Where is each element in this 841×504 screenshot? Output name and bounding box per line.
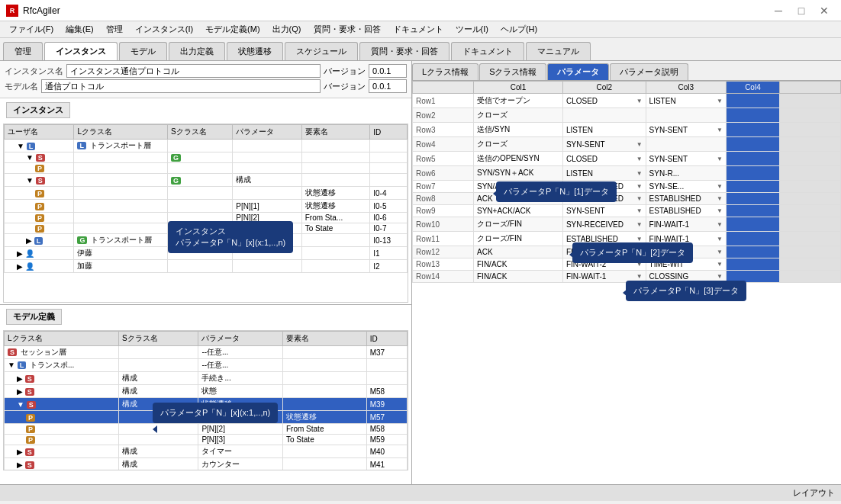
dropdown-arrow[interactable]: ▼ [717,273,723,280]
instance-tree-table[interactable]: ユーザ名 Lクラス名 Sクラス名 パラメータ 要素名 ID ▼ L L トランス… [3,124,408,303]
dropdown-arrow[interactable]: ▼ [636,156,643,162]
dropdown-arrow[interactable]: ▼ [636,195,643,202]
right-table-row[interactable]: Row11クローズ/FINESTABLISHED▼FIN-WAIT-1▼ [413,232,841,246]
tab-output-def[interactable]: 出力定義 [169,42,225,60]
table-row[interactable]: ▶ 👤 伊藤I1 [5,247,408,260]
maximize-button[interactable]: □ [791,2,812,19]
tab-admin[interactable]: 管理 [3,42,43,60]
tab-instance[interactable]: インスタンス [44,42,118,60]
right-table-row[interactable]: Row14FIN/ACKFIN-WAIT-1▼CLOSSING▼ [413,271,841,283]
dropdown-arrow[interactable]: ▼ [717,183,723,190]
tab-document[interactable]: ドキュメント [451,42,524,60]
table-row-selected[interactable]: ▼ S 構成状態遷移M39 [5,398,408,411]
dropdown-arrow[interactable]: ▼ [717,156,723,162]
model-col-param: パラメータ [198,332,283,346]
right-table-row[interactable]: Row7SYN/ACKSYN-RECEIVED▼SYN-SE...▼ [413,181,841,193]
table-row[interactable]: P P[N][1]状態遷移I0-5 [5,200,408,213]
menu-file[interactable]: ファイル(F) [3,22,60,37]
menu-output[interactable]: 出力(Q) [266,22,308,37]
menu-qa[interactable]: 質問・要求・回答 [308,22,387,37]
right-table-row[interactable]: Row10クローズ/FINSYN-RECEIVED▼FIN-WAIT-1▼ [413,217,841,232]
dropdown-arrow[interactable]: ▼ [636,141,643,148]
tab-parameter[interactable]: パラメータ [547,63,609,80]
tab-schedule[interactable]: スケジュール [285,42,358,60]
dropdown-arrow[interactable]: ▼ [636,98,643,104]
dropdown-arrow[interactable]: ▼ [717,127,723,133]
menu-instance[interactable]: インスタンス(I) [129,22,199,37]
right-table-row[interactable]: Row4クローズSYN-SENT▼ [413,137,841,152]
dropdown-arrow[interactable]: ▼ [636,183,643,190]
col-lclass: Lクラス名 [74,125,168,140]
version-input-2[interactable] [369,79,407,93]
dropdown-arrow[interactable]: ▼ [636,170,643,177]
dropdown-arrow[interactable]: ▼ [717,236,723,242]
tab-param-desc[interactable]: パラメータ説明 [610,63,688,80]
dropdown-arrow[interactable]: ▼ [636,221,643,228]
right-tabs: Lクラス情報 Sクラス情報 パラメータ パラメータ説明 [412,61,841,81]
menu-tools[interactable]: ツール(I) [450,22,495,37]
table-row[interactable]: ▶ S 構成手続き... [5,372,408,385]
table-row[interactable]: ▶ 👤 加藤I2 [5,260,408,273]
table-row[interactable]: P P[N][2]From StateM58 [5,424,408,435]
table-row[interactable]: ▼ S G [5,152,408,163]
tab-manual[interactable]: マニュアル [526,42,591,60]
table-row[interactable]: ▶ S 構成タイマーM40 [5,445,408,458]
right-table-row[interactable]: Row3送信/SYNLISTENSYN-SENT▼ [413,123,841,137]
table-row[interactable]: P 状態遷移I0-4 [5,187,408,200]
right-table-row[interactable]: Row9SYN+ACK/ACKSYN-SENT▼ESTABLISHED▼ [413,205,841,217]
table-row[interactable]: ▶ L G トランスポート層 UDPI0-13 [5,234,408,247]
dropdown-arrow[interactable]: ▼ [636,249,643,255]
right-table-row[interactable]: Row13FIN/ACKFIN-WAIT-2▼TIME-WIT▼ [413,258,841,271]
model-tree-table[interactable]: Lクラス名 Sクラス名 パラメータ 要素名 ID S セッション層 --任意..… [3,330,408,470]
table-row[interactable]: S セッション層 --任意...M37 [5,346,408,359]
menu-edit[interactable]: 編集(E) [60,22,100,37]
tab-model[interactable]: モデル [119,42,167,60]
menu-admin[interactable]: 管理 [100,22,129,37]
instance-info: インスタンス名 バージョン モデル名 バージョン [0,61,411,98]
table-row[interactable]: P P[N][2]From Sta...I0-6 [5,213,408,223]
dropdown-arrow[interactable]: ▼ [717,261,723,268]
table-row[interactable]: P P[N][3]To StateM59 [5,435,408,445]
menu-doc[interactable]: ドキュメント [387,22,450,37]
dropdown-arrow[interactable]: ▼ [636,207,643,214]
instance-name-input[interactable] [66,64,321,78]
dropdown-arrow[interactable]: ▼ [717,98,723,104]
tab-lclass-info[interactable]: Lクラス情報 [412,63,478,80]
tab-qa[interactable]: 質問・要求・回答 [359,42,450,60]
right-table-container[interactable]: Col1 Col2 Col3 Col4 Row1受信でオープンCLOSED▼LI… [412,81,841,484]
right-table-row[interactable]: Row12ACKFIN-WAIT-1▼FIN-WAIT-2▼ [413,246,841,258]
right-table-row[interactable]: Row5送信のOPEN/SYNCLOSED▼SYN-SENT▼ [413,152,841,166]
right-table-row[interactable]: Row1受信でオープンCLOSED▼LISTEN▼ [413,94,841,108]
table-row[interactable]: P [5,163,408,174]
model-col-id: ID [366,332,407,346]
tab-state-trans[interactable]: 状態遷移 [227,42,283,60]
table-row[interactable]: ▼ L トランスポ... --任意... [5,359,408,372]
table-row[interactable]: ▶ S 構成状態M58 [5,385,408,398]
th-col1: Col1 [474,82,563,94]
version-input-1[interactable] [369,64,407,78]
minimize-button[interactable]: ─ [768,2,789,19]
right-table-row[interactable]: Row2クローズ [413,108,841,123]
model-section: モデル定義 Lクラス名 Sクラス名 パラメータ 要素名 ID [0,304,411,472]
right-table-row[interactable]: Row8ACKSYN-RECEIVED▼ESTABLISHED▼ [413,193,841,205]
th-row [413,82,474,94]
dropdown-arrow[interactable]: ▼ [636,273,643,280]
model-name-input[interactable] [41,79,321,93]
right-table-row[interactable]: Row6SYN/SYN＋ACKLISTEN▼SYN-R... [413,166,841,181]
menu-help[interactable]: ヘルプ(H) [495,22,543,37]
dropdown-arrow[interactable]: ▼ [636,261,643,268]
dropdown-arrow[interactable]: ▼ [717,195,723,202]
table-row-selected[interactable]: P P[N][1]状態遷移M57 [5,411,408,424]
table-row[interactable]: ▼ S G 構成 [5,174,408,187]
dropdown-arrow[interactable]: ▼ [636,236,643,242]
dropdown-arrow[interactable]: ▼ [717,221,723,228]
table-row[interactable]: ▼ L L トランスポート層 [5,140,408,152]
menu-model[interactable]: モデル定義(M) [199,22,266,37]
dropdown-arrow[interactable]: ▼ [717,249,723,255]
close-button[interactable]: ✕ [814,2,835,19]
table-row[interactable]: P P[N][3]To StateI0-7 [5,223,408,234]
tab-sclass-info[interactable]: Sクラス情報 [479,63,546,80]
dropdown-arrow[interactable]: ▼ [717,207,723,214]
table-row[interactable]: ▶ S 構成カウンターM41 [5,458,408,471]
model-name-label: モデル名 [5,81,38,92]
